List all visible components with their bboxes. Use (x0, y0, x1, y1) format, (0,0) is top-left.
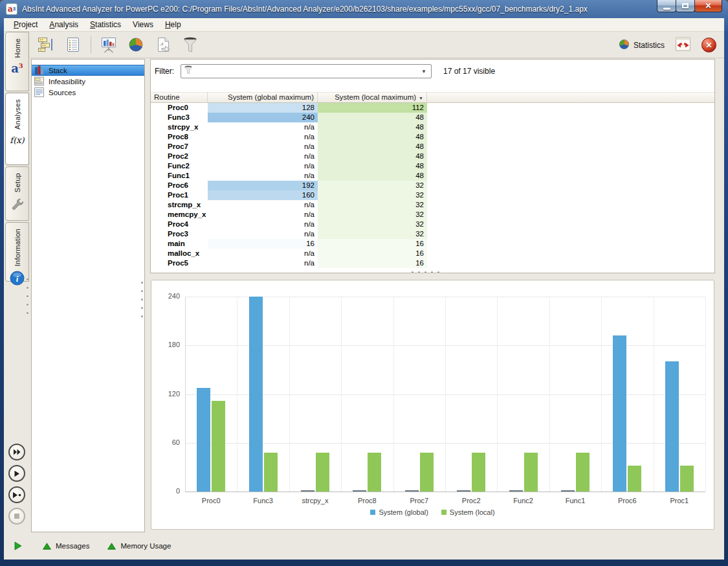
table-row[interactable]: Proc3n/a32 (151, 229, 714, 239)
table-row[interactable]: Proc619232 (151, 181, 714, 190)
table-row[interactable]: malloc_xn/a16 (151, 249, 714, 258)
menu-item-help[interactable]: Help (159, 19, 187, 30)
cell-local: 48 (318, 171, 427, 181)
table-row[interactable]: main1616 (151, 239, 714, 249)
table-row[interactable]: Func324048 (151, 113, 714, 122)
list-item-stack[interactable]: Stack (32, 65, 144, 76)
gridline (549, 297, 550, 492)
menu-item-views[interactable]: Views (127, 19, 159, 30)
table-row[interactable]: strcmp_xn/a32 (151, 200, 714, 210)
bar-global-Proc7 (405, 490, 419, 492)
statistics-button[interactable]: Statistics (619, 39, 665, 52)
close-button[interactable]: ✕ (694, 0, 722, 12)
table-row[interactable]: Func2n/a48 (151, 161, 714, 171)
statusbar-button-label: Memory Usage (120, 542, 171, 550)
export-button[interactable]: ,a (153, 36, 173, 54)
table-row[interactable]: Func1n/a48 (151, 171, 714, 181)
bar-local-Func2 (524, 453, 538, 492)
splitter-dot (27, 295, 28, 297)
run-all-button[interactable] (8, 444, 25, 460)
sidebar-tab-home[interactable]: Homea3 (5, 32, 29, 91)
run-button[interactable] (8, 465, 25, 482)
sidebar-tab-rail: Homea3Analysesf(x)SetupInformationi (4, 32, 30, 532)
y-axis-tick: 180 (154, 341, 180, 348)
menu-item-project[interactable]: Project (8, 19, 43, 30)
sidebar-tab-information[interactable]: Informationi (5, 222, 29, 282)
play-icon (14, 470, 20, 477)
bar-global-Proc2 (457, 490, 470, 492)
table-row[interactable]: Proc116032 (151, 190, 714, 200)
menu-item-statistics[interactable]: Statistics (84, 19, 127, 30)
horizontal-splitter[interactable] (412, 271, 439, 273)
tab-label: Analyses (14, 99, 21, 130)
splitter-dot (27, 304, 28, 306)
statusbar-memory-usage-button[interactable]: Memory Usage (107, 542, 171, 550)
table-row[interactable]: Proc7n/a48 (151, 142, 714, 152)
cell-routine: Func3 (151, 113, 208, 122)
splitter-dot (27, 287, 28, 289)
cell-routine: Proc2 (151, 152, 208, 161)
column-header-global[interactable]: System (global maximum) (208, 92, 318, 103)
list-item-label: Stack (49, 67, 67, 74)
close-view-button[interactable]: ✕ (701, 38, 716, 52)
pie-chart-icon (128, 37, 144, 52)
bar-chart-button[interactable] (99, 36, 118, 54)
cell-local: 32 (318, 210, 427, 220)
analyses-list-panel: StackInfeasibilitySources (31, 59, 145, 532)
play-dot-icon (12, 492, 21, 499)
stop-button (8, 508, 25, 525)
table-row[interactable]: Proc0128112 (151, 103, 714, 113)
sidebar-tab-analyses[interactable]: Analysesf(x) (5, 93, 29, 165)
run-indicator-icon[interactable] (14, 541, 22, 550)
maximize-icon (682, 3, 689, 8)
call-graph-button[interactable] (36, 36, 56, 54)
run-to-point-button[interactable] (8, 486, 25, 503)
cell-routine: Proc6 (151, 181, 208, 190)
table-row[interactable]: memcpy_xn/a32 (151, 210, 714, 220)
expand-view-button[interactable] (675, 37, 691, 54)
legend-label: System (global) (379, 508, 428, 516)
bar-global-Proc1 (665, 361, 679, 492)
vertical-splitter-left[interactable] (27, 278, 28, 314)
infeasibility-icon (34, 76, 44, 86)
titlebar[interactable]: a3 AbsInt Advanced Analyzer for PowerPC … (0, 0, 728, 18)
app-logo-icon: a3 (6, 3, 17, 15)
splitter-dot (27, 278, 28, 280)
table-row[interactable]: Proc8n/a48 (151, 132, 714, 142)
filter-input[interactable] (195, 65, 431, 77)
column-header-local[interactable]: System (local maximum)▼ (318, 92, 427, 103)
column-header-routine[interactable]: Routine (151, 92, 208, 103)
cell-global: 128 (208, 103, 318, 113)
statusbar-messages-button[interactable]: Messages (43, 542, 89, 550)
splitter-dot (141, 299, 143, 300)
x-axis-label: Func3 (237, 497, 289, 504)
list-item-sources[interactable]: Sources (32, 87, 144, 98)
table-body: Proc0128112Func324048strcpy_xn/a48Proc8n… (151, 103, 714, 268)
maximize-button[interactable] (676, 0, 695, 12)
absint-logo-icon: a3 (11, 63, 23, 75)
filter-funnel-button[interactable] (181, 36, 200, 54)
cell-global: n/a (208, 249, 318, 258)
table-row[interactable]: Proc5n/a16 (151, 258, 714, 268)
table-row[interactable]: Proc4n/a32 (151, 220, 714, 229)
pie-chart-button[interactable] (126, 36, 146, 54)
cell-routine: Proc0 (151, 103, 208, 113)
chevron-down-icon[interactable]: ▼ (421, 69, 426, 74)
minimize-button[interactable] (657, 0, 676, 12)
menu-item-analysis[interactable]: Analysis (43, 19, 84, 30)
gridline (289, 297, 290, 492)
table-row[interactable]: strcpy_xn/a48 (151, 122, 714, 132)
list-item-infeasibility[interactable]: Infeasibility (32, 76, 144, 87)
legend-swatch (441, 510, 447, 515)
filter-combobox[interactable]: ▼ (181, 64, 432, 78)
report-button[interactable] (63, 36, 83, 54)
table-row[interactable]: Proc2n/a48 (151, 152, 714, 161)
sidebar-tab-setup[interactable]: Setup (5, 166, 29, 221)
bar-local-Proc0 (212, 401, 225, 492)
info-icon: i (10, 271, 25, 288)
bar-global-strcpy_x (301, 490, 314, 492)
cell-global: 192 (208, 181, 318, 190)
bar-local-Proc2 (472, 453, 485, 492)
cell-routine: Proc8 (151, 132, 208, 142)
vertical-splitter-panel[interactable] (141, 282, 143, 317)
